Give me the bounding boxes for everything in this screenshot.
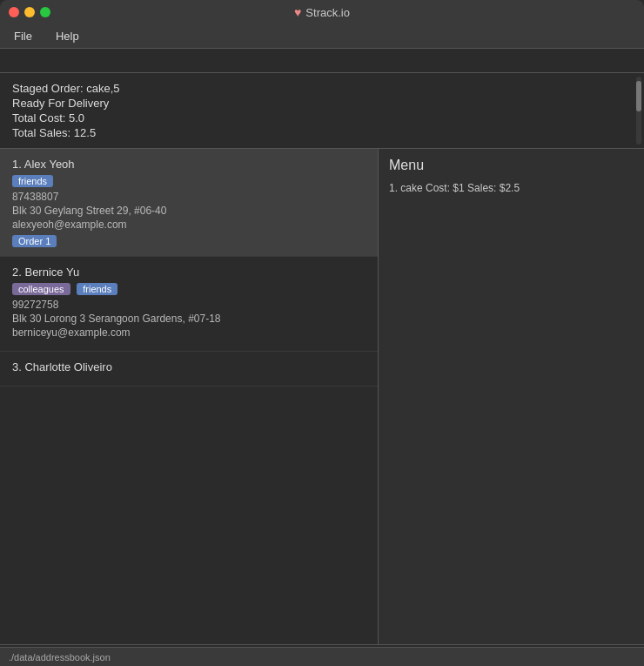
main-content: 1. Alex Yeoh friends 87438807 Blk 30 Gey…	[0, 149, 644, 644]
menu-panel: Menu 1. cake Cost: $1 Sales: $2.5	[379, 149, 644, 644]
title-bar: ♥ Strack.io	[0, 0, 644, 24]
staged-order-line4: Total Sales: 12.5	[12, 126, 632, 139]
staged-order-line1: Staged Order: cake,5	[12, 82, 632, 95]
contact-item-bernice-yu[interactable]: 2. Bernice Yu colleagues friends 9927275…	[0, 257, 378, 352]
contact-phone-2: 99272758	[12, 299, 366, 311]
contact-order-tag-1: Order 1	[12, 234, 366, 247]
contact-address-2: Blk 30 Lorong 3 Serangoon Gardens, #07-1…	[12, 313, 366, 325]
status-path: ./data/addressbook.json	[9, 652, 111, 663]
contact-name-2: 2. Bernice Yu	[12, 266, 366, 279]
minimize-button[interactable]	[24, 7, 35, 17]
tag-colleagues-2: colleagues	[12, 283, 70, 295]
contact-tags-1: friends	[12, 174, 366, 191]
app-icon: ♥	[294, 5, 301, 19]
contact-name-1: 1. Alex Yeoh	[12, 158, 366, 171]
contacts-panel: 1. Alex Yeoh friends 87438807 Blk 30 Gey…	[0, 149, 379, 644]
staged-order-scrollbar[interactable]	[636, 77, 641, 145]
tag-friends-2: friends	[77, 283, 117, 295]
status-bar: ./data/addressbook.json	[0, 647, 644, 666]
search-input[interactable]	[9, 54, 635, 67]
contact-email-1: alexyeoh@example.com	[12, 219, 366, 231]
traffic-lights	[9, 7, 50, 17]
tag-friends-1: friends	[12, 175, 53, 187]
app-title: ♥ Strack.io	[294, 5, 350, 19]
contact-item-charlotte-oliveiro[interactable]: 3. Charlotte Oliveiro	[0, 352, 378, 387]
menu-file[interactable]: File	[9, 28, 37, 44]
contact-address-1: Blk 30 Geylang Street 29, #06-40	[12, 205, 366, 217]
menu-panel-title: Menu	[389, 158, 634, 173]
contact-name-3: 3. Charlotte Oliveiro	[12, 360, 366, 373]
staged-order-panel: Staged Order: cake,5 Ready For Delivery …	[0, 73, 644, 149]
contact-item-alex-yeoh[interactable]: 1. Alex Yeoh friends 87438807 Blk 30 Gey…	[0, 149, 378, 257]
contact-email-2: berniceyu@example.com	[12, 326, 366, 339]
menu-help[interactable]: Help	[50, 28, 84, 44]
close-button[interactable]	[9, 7, 19, 17]
contact-tags-2: colleagues friends	[12, 282, 366, 299]
search-bar	[0, 49, 644, 73]
maximize-button[interactable]	[40, 7, 50, 17]
staged-order-line3: Total Cost: 5.0	[12, 111, 632, 124]
menu-bar: File Help	[0, 24, 644, 49]
contact-phone-1: 87438807	[12, 191, 366, 203]
menu-entry-1: 1. cake Cost: $1 Sales: $2.5	[389, 182, 634, 194]
staged-order-line2: Ready For Delivery	[12, 97, 632, 110]
order-tag-1: Order 1	[12, 235, 57, 247]
